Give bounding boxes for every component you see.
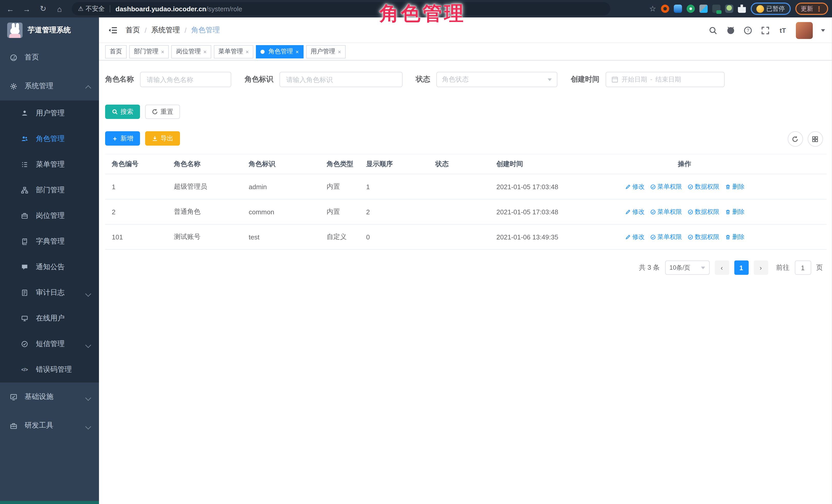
data-permission-link[interactable]: 数据权限	[687, 233, 720, 241]
filter-buttons: 搜索 重置	[105, 105, 180, 119]
edit-link[interactable]: 修改	[625, 233, 645, 241]
role-name-input[interactable]	[146, 75, 226, 84]
table-setting-buttons	[787, 131, 823, 147]
extension-icon[interactable]	[686, 5, 695, 13]
security-label[interactable]: 不安全	[86, 4, 105, 13]
menu-permission-link[interactable]: 菜单权限	[650, 233, 682, 241]
user-icon	[21, 109, 29, 117]
sidebar-fold-icon[interactable]	[108, 25, 118, 35]
font-size-icon[interactable]: tT	[778, 26, 787, 35]
next-page-button[interactable]: ›	[754, 261, 768, 275]
search-icon[interactable]	[708, 26, 718, 35]
sidebar-item-sms[interactable]: 短信管理	[0, 331, 99, 357]
add-button[interactable]: + 新增	[105, 131, 140, 145]
page-number-current[interactable]: 1	[734, 261, 748, 275]
tag-tab-roles-active[interactable]: 角色管理 ×	[256, 45, 304, 58]
delete-link[interactable]: 删除	[725, 207, 745, 216]
page-size-select[interactable]: 10条/页	[665, 261, 709, 275]
start-date-placeholder: 开始日期	[622, 75, 647, 84]
edit-link[interactable]: 修改	[625, 207, 645, 216]
refresh-table-button[interactable]	[787, 131, 803, 147]
close-tab-icon[interactable]: ×	[203, 49, 207, 55]
help-icon[interactable]: ?	[743, 26, 753, 35]
puzzle-extensions-icon[interactable]	[738, 5, 746, 13]
extension-icon[interactable]	[712, 5, 720, 13]
sidebar-item-departments[interactable]: 部门管理	[0, 178, 99, 203]
date-range-picker[interactable]: 开始日期 - 结束日期	[606, 72, 725, 87]
update-label: 更新	[801, 4, 813, 13]
tag-tab-menus[interactable]: 菜单管理 ×	[214, 45, 254, 58]
browser-home-icon[interactable]: ⌂	[53, 3, 66, 15]
data-permission-link[interactable]: 数据权限	[687, 182, 720, 191]
extension-icon[interactable]	[699, 5, 707, 13]
menu-permission-link[interactable]: 菜单权限	[650, 182, 682, 191]
sidebar-item-label: 通知公告	[36, 263, 64, 272]
browser-reload-icon[interactable]: ↻	[37, 3, 49, 15]
url-path: /system/role	[206, 5, 242, 12]
gear-icon	[9, 82, 18, 90]
create-time-label: 创建时间	[571, 75, 599, 84]
menu-permission-link[interactable]: 菜单权限	[650, 207, 682, 216]
select-caret-icon	[701, 266, 705, 269]
extension-icon[interactable]	[725, 5, 733, 13]
tag-tab-posts[interactable]: 岗位管理 ×	[172, 45, 211, 58]
reset-button[interactable]: 重置	[145, 105, 180, 119]
search-button[interactable]: 搜索	[105, 105, 140, 119]
sidebar-item-dev-tools[interactable]: 研发工具	[0, 411, 99, 440]
close-tab-icon[interactable]: ×	[245, 49, 249, 55]
goto-page-input[interactable]	[795, 261, 811, 275]
tag-tab-departments[interactable]: 部门管理 ×	[129, 45, 169, 58]
col-header: 创建时间	[490, 159, 618, 169]
date-dash: -	[650, 76, 652, 83]
role-key-input[interactable]	[285, 75, 397, 84]
breadcrumb-home[interactable]: 首页	[126, 26, 140, 35]
user-avatar[interactable]	[796, 22, 812, 39]
bookmark-star-icon[interactable]: ☆	[649, 4, 656, 13]
close-tab-icon[interactable]: ×	[338, 49, 341, 55]
sidebar-item-dictionary[interactable]: 字典管理	[0, 229, 99, 254]
sidebar-item-posts[interactable]: 岗位管理	[0, 203, 99, 229]
profile-paused-pill[interactable]: 已暂停	[751, 3, 790, 15]
status-select[interactable]: 角色状态	[436, 72, 557, 87]
edit-link[interactable]: 修改	[625, 182, 645, 191]
circle-check-icon	[650, 234, 656, 240]
sidebar-item-online-users[interactable]: 在线用户	[0, 306, 99, 331]
sidebar-item-label: 岗位管理	[36, 211, 64, 220]
export-button[interactable]: 导出	[145, 131, 180, 145]
prev-page-button[interactable]: ‹	[714, 261, 729, 275]
sidebar-item-announcements[interactable]: 通知公告	[0, 254, 99, 280]
delete-link[interactable]: 删除	[725, 182, 745, 191]
browser-forward-icon[interactable]: →	[21, 3, 33, 15]
close-tab-icon[interactable]: ×	[161, 49, 164, 55]
column-settings-button[interactable]	[807, 131, 823, 147]
role-key-input-wrap	[280, 72, 402, 87]
sidebar-item-roles[interactable]: 角色管理	[0, 126, 99, 152]
user-menu-caret-icon[interactable]	[821, 29, 825, 31]
browser-update-button[interactable]: 更新 ⋮	[795, 3, 828, 15]
app-logo[interactable]: 芋道管理系统	[0, 18, 99, 43]
extension-icon[interactable]	[674, 5, 682, 13]
sidebar-item-error-codes[interactable]: </> 错误码管理	[0, 357, 99, 382]
tag-tab-home[interactable]: 首页	[105, 45, 127, 58]
address-bar[interactable]: ⚠ 不安全 dashboard.yudao.iocoder.cn /system…	[72, 2, 610, 16]
extension-icon[interactable]	[661, 5, 669, 13]
browser-menu-icon[interactable]: ⋮	[815, 5, 822, 12]
cell-sort: 0	[360, 233, 429, 241]
cell-role-id: 101	[105, 233, 167, 241]
close-tab-icon[interactable]: ×	[295, 49, 299, 55]
github-icon[interactable]	[726, 26, 735, 35]
browser-back-icon[interactable]: ←	[4, 3, 17, 15]
sidebar-item-menus[interactable]: 菜单管理	[0, 152, 99, 178]
fullscreen-icon[interactable]	[761, 26, 770, 35]
delete-link[interactable]: 删除	[725, 233, 745, 241]
sidebar-item-users[interactable]: 用户管理	[0, 101, 99, 126]
sidebar-item-system[interactable]: 系统管理	[0, 72, 99, 101]
sidebar-item-label: 字典管理	[36, 237, 64, 246]
tag-tab-users[interactable]: 用户管理 ×	[306, 45, 346, 58]
data-permission-link[interactable]: 数据权限	[687, 207, 720, 216]
sidebar-item-infrastructure[interactable]: 基础设施	[0, 382, 99, 411]
breadcrumb-system[interactable]: 系统管理	[151, 26, 180, 35]
online-user-icon	[21, 314, 29, 322]
sidebar-item-home[interactable]: 首页	[0, 43, 99, 72]
sidebar-item-audit-log[interactable]: 审计日志	[0, 280, 99, 306]
